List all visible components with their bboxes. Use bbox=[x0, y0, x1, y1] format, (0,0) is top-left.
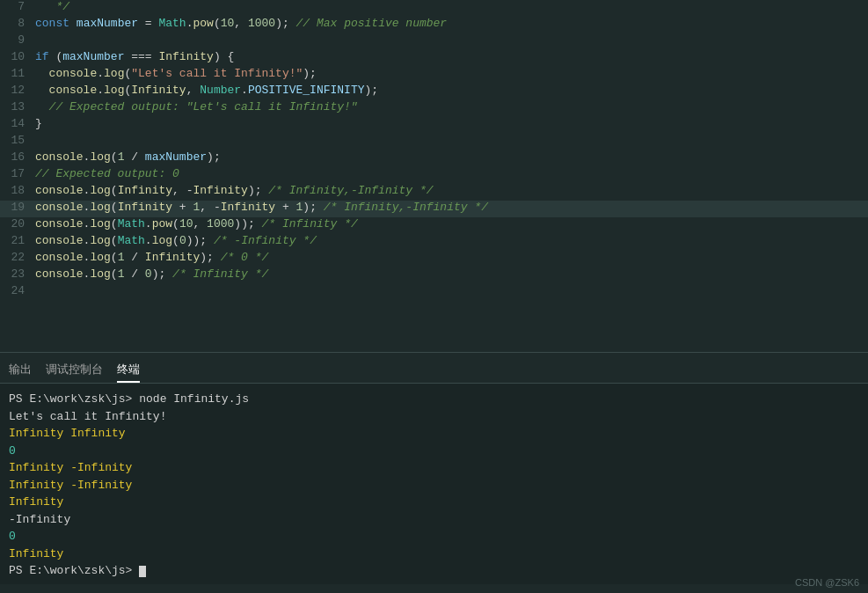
code-content: const maxNumber = Math.pow(10, 1000); //… bbox=[35, 17, 868, 30]
token-plain: ( bbox=[49, 50, 63, 63]
terminal-tab[interactable]: 输出 bbox=[9, 358, 32, 383]
terminal-tab[interactable]: 终端 bbox=[117, 358, 140, 383]
token-fn: log bbox=[90, 234, 110, 247]
token-plain: ); bbox=[248, 184, 268, 197]
token-fn: console bbox=[49, 67, 98, 80]
token-plain: ( bbox=[172, 217, 179, 231]
code-line: 18console.log(Infinity, -Infinity); /* I… bbox=[0, 184, 868, 201]
editor-area: 7 */8const maxNumber = Math.pow(10, 1000… bbox=[0, 0, 868, 352]
code-content: // Expected output: 0 bbox=[35, 167, 868, 180]
code-content bbox=[35, 33, 868, 47]
token-plain: . bbox=[145, 217, 152, 231]
code-content: console.log(1 / 0); /* Infinity */ bbox=[35, 267, 868, 281]
token-cmt: // Max positive number bbox=[296, 17, 448, 30]
code-line: 14} bbox=[0, 117, 868, 134]
code-line: 21console.log(Math.log(0)); /* -Infinity… bbox=[0, 234, 868, 251]
token-plain: , bbox=[186, 84, 201, 97]
token-plain: / bbox=[124, 267, 144, 281]
terminal-line: Infinity bbox=[9, 545, 859, 563]
code-content: console.log(Infinity, Number.POSITIVE_IN… bbox=[35, 84, 868, 97]
token-cmt: /* Infinity */ bbox=[262, 217, 358, 231]
token-plain: , - bbox=[172, 184, 193, 197]
code-line: 8const maxNumber = Math.pow(10, 1000); /… bbox=[0, 17, 868, 33]
token-var: maxNumber bbox=[77, 17, 138, 30]
code-content: console.log(1 / maxNumber); bbox=[35, 150, 868, 164]
line-number: 23 bbox=[0, 267, 35, 281]
token-kw: const bbox=[35, 17, 69, 30]
terminal-line: Infinity bbox=[9, 494, 859, 511]
terminal-line: Infinity Infinity bbox=[9, 425, 859, 443]
code-line: 16console.log(1 / maxNumber); bbox=[0, 150, 868, 167]
token-plain: ( bbox=[111, 267, 118, 281]
line-number: 20 bbox=[0, 217, 35, 231]
token-num: 10 bbox=[179, 217, 193, 231]
token-fn: log bbox=[90, 201, 110, 214]
line-number: 24 bbox=[0, 284, 35, 297]
token-kw: if bbox=[35, 50, 49, 63]
token-var: POSITIVE_INFINITY bbox=[248, 84, 365, 97]
code-line: 15 bbox=[0, 134, 868, 150]
code-line: 23console.log(1 / 0); /* Infinity */ bbox=[0, 267, 868, 284]
token-plain: , bbox=[234, 17, 248, 30]
terminal-cursor bbox=[139, 566, 146, 577]
token-str: "Let's call it Infinity!" bbox=[131, 67, 303, 80]
token-plain: + bbox=[172, 201, 193, 214]
token-plain: , bbox=[193, 217, 208, 231]
terminal-area[interactable]: PS E:\work\zsk\js> node Infinity.jsLet's… bbox=[0, 384, 868, 584]
line-number: 19 bbox=[0, 201, 35, 214]
token-plain: ); bbox=[365, 84, 379, 97]
line-number: 16 bbox=[0, 150, 35, 164]
token-var: maxNumber bbox=[62, 50, 124, 63]
token-plain: . bbox=[97, 67, 104, 80]
token-inf: Infinity bbox=[118, 184, 172, 197]
code-line: 17// Expected output: 0 bbox=[0, 167, 868, 184]
token-fn: console bbox=[35, 267, 84, 281]
token-fn: console bbox=[35, 217, 84, 231]
terminal-line: 0 bbox=[9, 528, 859, 545]
token-plain: ( bbox=[111, 217, 118, 231]
token-plain: ); bbox=[303, 201, 323, 214]
code-line: 24 bbox=[0, 284, 868, 301]
line-number: 22 bbox=[0, 251, 35, 264]
token-fn: log bbox=[90, 267, 110, 281]
line-number: 9 bbox=[0, 33, 35, 47]
token-plain: ) { bbox=[214, 50, 234, 63]
token-inf: Infinity bbox=[118, 201, 172, 214]
token-plain: ); bbox=[207, 150, 221, 164]
token-cmt: /* Infinity */ bbox=[172, 267, 268, 281]
token-plain: ( bbox=[111, 251, 118, 264]
line-number: 10 bbox=[0, 50, 35, 63]
token-fn: log bbox=[104, 67, 124, 80]
terminal-tab[interactable]: 调试控制台 bbox=[46, 358, 103, 383]
token-num: 0 bbox=[179, 234, 186, 247]
code-line: 9 bbox=[0, 33, 868, 50]
line-number: 12 bbox=[0, 84, 35, 97]
code-content: console.log(1 / Infinity); /* 0 */ bbox=[35, 251, 868, 264]
token-cmt: /* -Infinity */ bbox=[214, 234, 317, 247]
token-inf: Infinity bbox=[131, 84, 186, 97]
code-content: console.log("Let's call it Infinity!"); bbox=[35, 67, 868, 80]
token-inf: Infinity bbox=[193, 184, 247, 197]
token-fn: log bbox=[90, 184, 110, 197]
code-content bbox=[35, 284, 868, 297]
token-cls: Number bbox=[200, 84, 241, 97]
token-plain: ( bbox=[111, 201, 118, 214]
line-number: 8 bbox=[0, 17, 35, 30]
token-fn: console bbox=[49, 84, 98, 97]
token-plain: === bbox=[124, 50, 158, 63]
terminal-line: 0 bbox=[9, 443, 859, 460]
line-number: 14 bbox=[0, 117, 35, 130]
token-var: maxNumber bbox=[145, 150, 207, 164]
token-plain bbox=[35, 84, 49, 97]
token-plain: ); bbox=[200, 251, 220, 264]
token-inf: Infinity bbox=[158, 50, 213, 63]
token-cmt: /* 0 */ bbox=[221, 251, 269, 264]
token-cmt: /* Infinity,-Infinity */ bbox=[268, 184, 433, 197]
line-number: 13 bbox=[0, 100, 35, 113]
token-cls: Math bbox=[118, 217, 145, 231]
code-content: // Expected output: "Let's call it Infin… bbox=[35, 100, 868, 113]
token-fn: log bbox=[152, 234, 172, 247]
line-number: 7 bbox=[0, 0, 35, 13]
line-number: 15 bbox=[0, 134, 35, 147]
token-plain: } bbox=[35, 117, 42, 130]
